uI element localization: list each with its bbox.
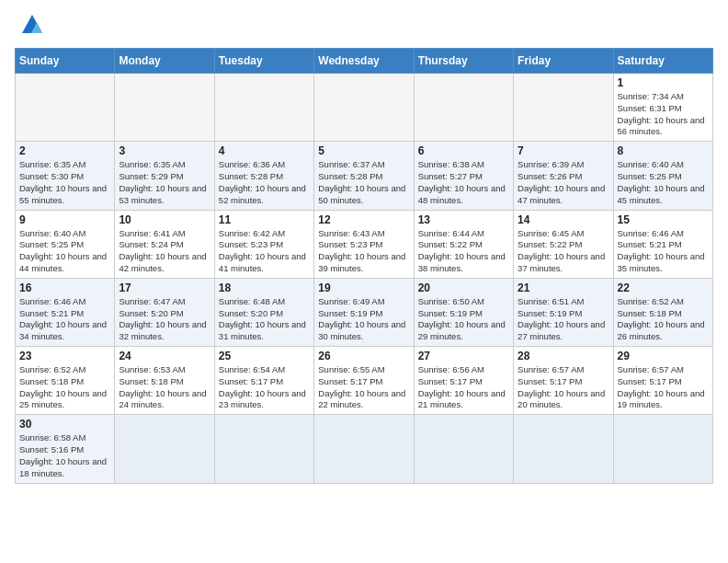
day-number: 2 — [19, 144, 110, 157]
day-info: Sunrise: 6:48 AM Sunset: 5:20 PM Dayligh… — [219, 296, 310, 343]
day-cell — [115, 415, 214, 483]
day-cell: 11Sunrise: 6:42 AM Sunset: 5:23 PM Dayli… — [214, 210, 313, 278]
week-row-2: 2Sunrise: 6:35 AM Sunset: 5:30 PM Daylig… — [16, 142, 713, 210]
day-cell — [16, 74, 115, 142]
day-info: Sunrise: 6:40 AM Sunset: 5:25 PM Dayligh… — [19, 228, 110, 275]
day-cell: 28Sunrise: 6:57 AM Sunset: 5:17 PM Dayli… — [514, 347, 613, 415]
day-info: Sunrise: 6:58 AM Sunset: 5:16 PM Dayligh… — [19, 432, 110, 479]
day-info: Sunrise: 6:53 AM Sunset: 5:18 PM Dayligh… — [119, 364, 210, 411]
day-number: 10 — [119, 213, 210, 226]
week-row-5: 23Sunrise: 6:52 AM Sunset: 5:18 PM Dayli… — [16, 347, 713, 415]
day-number: 8 — [618, 144, 709, 157]
weekday-header-row: SundayMondayTuesdayWednesdayThursdayFrid… — [16, 49, 713, 74]
day-cell: 24Sunrise: 6:53 AM Sunset: 5:18 PM Dayli… — [115, 347, 214, 415]
day-number: 20 — [418, 282, 509, 294]
weekday-header-thursday: Thursday — [414, 49, 513, 74]
day-info: Sunrise: 6:50 AM Sunset: 5:19 PM Dayligh… — [418, 296, 509, 343]
day-cell — [214, 74, 313, 142]
day-number: 7 — [518, 144, 609, 157]
day-number: 19 — [318, 282, 409, 294]
day-cell: 2Sunrise: 6:35 AM Sunset: 5:30 PM Daylig… — [16, 142, 115, 210]
day-number: 16 — [19, 282, 110, 294]
day-info: Sunrise: 6:54 AM Sunset: 5:17 PM Dayligh… — [219, 364, 310, 411]
day-info: Sunrise: 6:39 AM Sunset: 5:26 PM Dayligh… — [518, 159, 609, 206]
day-cell: 20Sunrise: 6:50 AM Sunset: 5:19 PM Dayli… — [414, 278, 513, 346]
day-number: 23 — [19, 350, 110, 362]
day-cell: 27Sunrise: 6:56 AM Sunset: 5:17 PM Dayli… — [414, 347, 513, 415]
day-cell — [214, 415, 313, 483]
day-info: Sunrise: 6:57 AM Sunset: 5:17 PM Dayligh… — [518, 364, 609, 411]
day-number: 11 — [219, 213, 310, 226]
day-number: 17 — [119, 282, 210, 294]
day-number: 28 — [518, 350, 609, 362]
day-number: 26 — [318, 350, 409, 362]
day-cell: 7Sunrise: 6:39 AM Sunset: 5:26 PM Daylig… — [514, 142, 613, 210]
weekday-header-wednesday: Wednesday — [314, 49, 414, 74]
day-number: 12 — [318, 213, 409, 226]
day-cell: 15Sunrise: 6:46 AM Sunset: 5:21 PM Dayli… — [613, 210, 712, 278]
day-number: 24 — [119, 350, 210, 362]
day-info: Sunrise: 6:46 AM Sunset: 5:21 PM Dayligh… — [618, 228, 709, 275]
day-info: Sunrise: 6:38 AM Sunset: 5:27 PM Dayligh… — [418, 159, 509, 206]
day-cell: 18Sunrise: 6:48 AM Sunset: 5:20 PM Dayli… — [214, 278, 313, 346]
day-info: Sunrise: 6:35 AM Sunset: 5:30 PM Dayligh… — [19, 159, 110, 206]
day-info: Sunrise: 6:45 AM Sunset: 5:22 PM Dayligh… — [518, 228, 609, 275]
day-cell: 26Sunrise: 6:55 AM Sunset: 5:17 PM Dayli… — [314, 347, 414, 415]
day-number: 5 — [318, 144, 409, 157]
day-number: 30 — [19, 418, 110, 431]
day-info: Sunrise: 6:46 AM Sunset: 5:21 PM Dayligh… — [19, 296, 110, 343]
week-row-4: 16Sunrise: 6:46 AM Sunset: 5:21 PM Dayli… — [16, 278, 713, 346]
day-cell: 9Sunrise: 6:40 AM Sunset: 5:25 PM Daylig… — [16, 210, 115, 278]
day-cell: 29Sunrise: 6:57 AM Sunset: 5:17 PM Dayli… — [613, 347, 712, 415]
day-info: Sunrise: 7:34 AM Sunset: 6:31 PM Dayligh… — [618, 91, 709, 138]
day-cell: 6Sunrise: 6:38 AM Sunset: 5:27 PM Daylig… — [414, 142, 513, 210]
day-cell: 12Sunrise: 6:43 AM Sunset: 5:23 PM Dayli… — [314, 210, 414, 278]
header — [15, 15, 713, 37]
day-info: Sunrise: 6:52 AM Sunset: 5:18 PM Dayligh… — [618, 296, 709, 343]
day-number: 3 — [119, 144, 210, 157]
day-number: 14 — [518, 213, 609, 226]
week-row-3: 9Sunrise: 6:40 AM Sunset: 5:25 PM Daylig… — [16, 210, 713, 278]
day-cell: 5Sunrise: 6:37 AM Sunset: 5:28 PM Daylig… — [314, 142, 414, 210]
day-cell: 23Sunrise: 6:52 AM Sunset: 5:18 PM Dayli… — [16, 347, 115, 415]
day-number: 4 — [219, 144, 310, 157]
day-info: Sunrise: 6:57 AM Sunset: 5:17 PM Dayligh… — [618, 364, 709, 411]
day-cell: 22Sunrise: 6:52 AM Sunset: 5:18 PM Dayli… — [613, 278, 712, 346]
day-cell — [314, 74, 414, 142]
weekday-header-sunday: Sunday — [16, 49, 115, 74]
day-info: Sunrise: 6:43 AM Sunset: 5:23 PM Dayligh… — [318, 228, 409, 275]
day-number: 22 — [618, 282, 709, 294]
day-info: Sunrise: 6:41 AM Sunset: 5:24 PM Dayligh… — [119, 228, 210, 275]
day-number: 9 — [19, 213, 110, 226]
day-number: 29 — [618, 350, 709, 362]
day-info: Sunrise: 6:55 AM Sunset: 5:17 PM Dayligh… — [318, 364, 409, 411]
day-cell: 16Sunrise: 6:46 AM Sunset: 5:21 PM Dayli… — [16, 278, 115, 346]
day-cell: 19Sunrise: 6:49 AM Sunset: 5:19 PM Dayli… — [314, 278, 414, 346]
day-info: Sunrise: 6:49 AM Sunset: 5:19 PM Dayligh… — [318, 296, 409, 343]
day-cell — [514, 74, 613, 142]
day-cell: 8Sunrise: 6:40 AM Sunset: 5:25 PM Daylig… — [613, 142, 712, 210]
day-cell: 13Sunrise: 6:44 AM Sunset: 5:22 PM Dayli… — [414, 210, 513, 278]
week-row-1: 1Sunrise: 7:34 AM Sunset: 6:31 PM Daylig… — [16, 74, 713, 142]
day-number: 21 — [518, 282, 609, 294]
day-number: 1 — [618, 76, 709, 89]
day-cell: 3Sunrise: 6:35 AM Sunset: 5:29 PM Daylig… — [115, 142, 214, 210]
day-info: Sunrise: 6:47 AM Sunset: 5:20 PM Dayligh… — [119, 296, 210, 343]
day-number: 25 — [219, 350, 310, 362]
day-info: Sunrise: 6:42 AM Sunset: 5:23 PM Dayligh… — [219, 228, 310, 275]
day-cell: 21Sunrise: 6:51 AM Sunset: 5:19 PM Dayli… — [514, 278, 613, 346]
weekday-header-monday: Monday — [115, 49, 214, 74]
logo — [15, 15, 42, 37]
day-cell — [613, 415, 712, 483]
day-cell: 30Sunrise: 6:58 AM Sunset: 5:16 PM Dayli… — [16, 415, 115, 483]
weekday-header-tuesday: Tuesday — [214, 49, 313, 74]
day-cell — [414, 415, 513, 483]
day-info: Sunrise: 6:37 AM Sunset: 5:28 PM Dayligh… — [318, 159, 409, 206]
day-info: Sunrise: 6:51 AM Sunset: 5:19 PM Dayligh… — [518, 296, 609, 343]
day-info: Sunrise: 6:36 AM Sunset: 5:28 PM Dayligh… — [219, 159, 310, 206]
day-number: 27 — [418, 350, 509, 362]
day-cell — [514, 415, 613, 483]
day-info: Sunrise: 6:52 AM Sunset: 5:18 PM Dayligh… — [19, 364, 110, 411]
day-cell: 14Sunrise: 6:45 AM Sunset: 5:22 PM Dayli… — [514, 210, 613, 278]
day-info: Sunrise: 6:56 AM Sunset: 5:17 PM Dayligh… — [418, 364, 509, 411]
